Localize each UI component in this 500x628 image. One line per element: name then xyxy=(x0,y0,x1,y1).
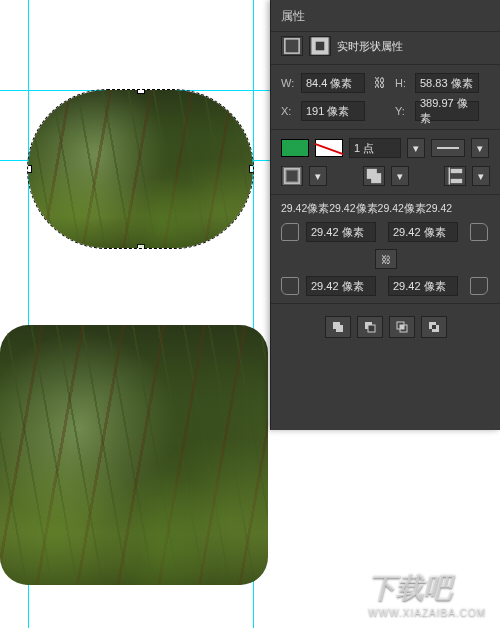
transform-handle[interactable] xyxy=(138,245,144,248)
y-input[interactable]: 389.97 像素 xyxy=(415,101,479,121)
stroke-weight-dropdown-icon[interactable]: ▾ xyxy=(407,138,425,158)
panel-tab-properties[interactable]: 属性 xyxy=(271,4,500,32)
stroke-style-dropdown[interactable] xyxy=(431,139,465,157)
corner-br-input[interactable]: 29.42 像素 xyxy=(388,276,458,296)
rounded-rect-shape-selected[interactable] xyxy=(28,90,253,248)
svg-rect-4 xyxy=(285,169,299,183)
properties-panel: 属性 实时形状属性 W: 84.4 像素 ⛓ H: 58.83 像素 X: 19… xyxy=(270,0,500,430)
svg-rect-2 xyxy=(316,42,325,51)
transform-handle[interactable] xyxy=(138,90,144,93)
svg-rect-19 xyxy=(432,325,436,329)
pathfinder-exclude-button[interactable] xyxy=(421,316,447,338)
width-input[interactable]: 84.4 像素 xyxy=(301,73,365,93)
corner-tr-icon xyxy=(470,223,488,241)
corner-br-icon xyxy=(470,277,488,295)
align-edges-dropdown[interactable] xyxy=(444,166,466,186)
corner-tl-icon xyxy=(281,223,299,241)
pathfinder-intersect-button[interactable] xyxy=(389,316,415,338)
link-corners-icon[interactable]: ⛓ xyxy=(375,249,397,269)
path-operations-dropdown[interactable] xyxy=(363,166,385,186)
live-shape-icon[interactable] xyxy=(309,36,331,56)
svg-rect-6 xyxy=(371,173,381,183)
svg-rect-16 xyxy=(400,325,404,329)
stroke-align-dropdown[interactable] xyxy=(281,166,303,186)
watermark: 下载吧 WWW.XIAZAIBA.COM xyxy=(368,569,486,618)
stroke-style-caret-icon[interactable]: ▾ xyxy=(471,138,489,158)
x-label: X: xyxy=(281,105,295,117)
pathfinder-unite-button[interactable] xyxy=(325,316,351,338)
rounded-rect-shape-2[interactable] xyxy=(0,325,268,585)
x-input[interactable]: 191 像素 xyxy=(301,101,365,121)
pathfinder-subtract-button[interactable] xyxy=(357,316,383,338)
height-label: H: xyxy=(395,77,409,89)
bounding-box-icon[interactable] xyxy=(281,36,303,56)
corner-bl-input[interactable]: 29.42 像素 xyxy=(306,276,376,296)
height-input[interactable]: 58.83 像素 xyxy=(415,73,479,93)
corner-radius-summary: 29.42像素29.42像素29.42像素29.42 xyxy=(271,199,500,219)
section-title: 实时形状属性 xyxy=(337,39,403,54)
svg-rect-0 xyxy=(285,39,299,53)
watermark-url: WWW.XIAZAIBA.COM xyxy=(368,607,486,618)
y-label: Y: xyxy=(395,105,409,117)
caret-down-icon[interactable]: ▾ xyxy=(309,166,327,186)
svg-rect-8 xyxy=(451,179,462,183)
stroke-color-swatch[interactable] xyxy=(315,139,343,157)
transform-handle[interactable] xyxy=(250,166,253,172)
caret-down-icon[interactable]: ▾ xyxy=(472,166,490,186)
corner-tr-input[interactable]: 29.42 像素 xyxy=(388,222,458,242)
svg-rect-13 xyxy=(368,325,375,332)
fill-color-swatch[interactable] xyxy=(281,139,309,157)
transform-handle[interactable] xyxy=(28,166,31,172)
svg-rect-11 xyxy=(336,325,343,332)
stroke-weight-input[interactable]: 1 点 xyxy=(349,138,401,158)
width-label: W: xyxy=(281,77,295,89)
corner-tl-input[interactable]: 29.42 像素 xyxy=(306,222,376,242)
caret-down-icon[interactable]: ▾ xyxy=(391,166,409,186)
svg-rect-7 xyxy=(451,169,462,173)
link-wh-icon[interactable]: ⛓ xyxy=(371,76,389,90)
corner-bl-icon xyxy=(281,277,299,295)
watermark-text: 下载吧 xyxy=(368,572,452,603)
